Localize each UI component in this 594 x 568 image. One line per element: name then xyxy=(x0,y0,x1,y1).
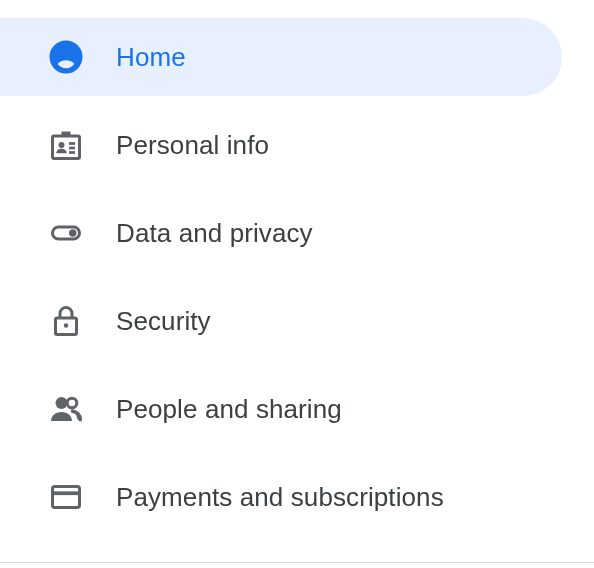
sidebar-item-data-privacy[interactable]: Data and privacy xyxy=(0,194,562,272)
sidebar-item-label: Security xyxy=(116,306,211,337)
sidebar-item-security[interactable]: Security xyxy=(0,282,562,360)
sidebar-nav: Home Personal info Data and privacy xyxy=(0,0,594,536)
sidebar-item-label: Data and privacy xyxy=(116,218,313,249)
divider xyxy=(0,562,594,563)
sidebar-item-home[interactable]: Home xyxy=(0,18,562,96)
svg-point-13 xyxy=(67,398,77,408)
sidebar-item-label: Personal info xyxy=(116,130,269,161)
badge-icon xyxy=(48,127,84,163)
svg-rect-14 xyxy=(53,487,80,508)
svg-rect-2 xyxy=(53,136,80,159)
sidebar-item-label: People and sharing xyxy=(116,394,342,425)
toggle-icon xyxy=(48,215,84,251)
account-circle-icon xyxy=(48,39,84,75)
sidebar-item-label: Home xyxy=(116,42,186,73)
credit-card-icon xyxy=(48,479,84,515)
sidebar-item-payments[interactable]: Payments and subscriptions xyxy=(0,458,562,536)
sidebar-item-label: Payments and subscriptions xyxy=(116,482,444,513)
svg-point-11 xyxy=(64,323,69,328)
lock-icon xyxy=(48,303,84,339)
sidebar-item-personal-info[interactable]: Personal info xyxy=(0,106,562,184)
svg-point-9 xyxy=(69,229,77,237)
svg-rect-3 xyxy=(62,132,71,137)
svg-point-1 xyxy=(60,47,72,59)
sidebar-item-people-sharing[interactable]: People and sharing xyxy=(0,370,562,448)
svg-point-4 xyxy=(59,142,65,148)
people-icon xyxy=(48,391,84,427)
svg-point-12 xyxy=(56,397,68,409)
